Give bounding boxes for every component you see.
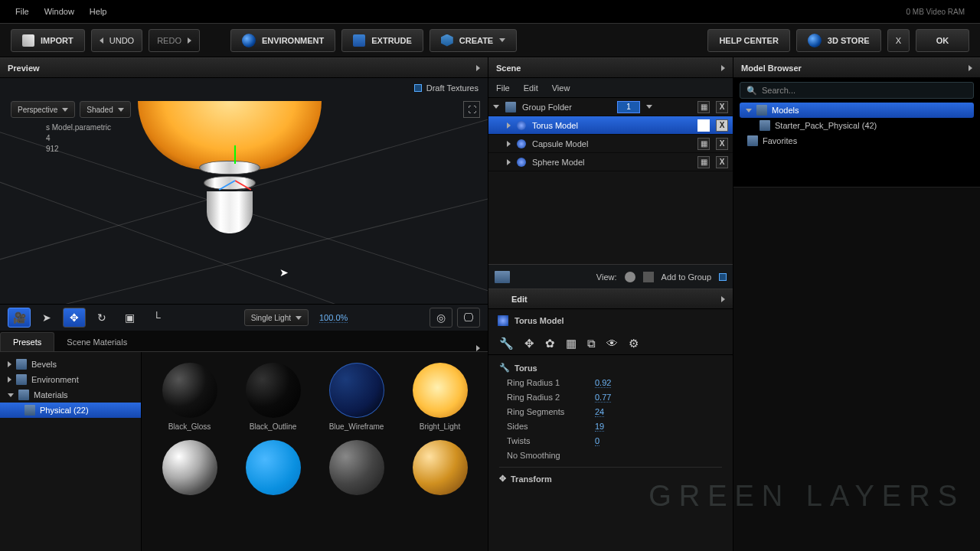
collapse-icon[interactable] [476,65,480,71]
sphere-icon [517,158,526,167]
scene-file[interactable]: File [496,83,510,93]
scale-tool[interactable]: ▣ [118,308,141,328]
edit-tab[interactable]: Edit [488,289,733,309]
group-counter[interactable]: 1 [617,101,640,113]
visibility-toggle[interactable]: ▦ [697,138,710,150]
display-tool[interactable]: 🖵 [457,308,480,328]
prop-ring-radius-2: Ring Radius 20.77 [499,390,722,405]
wrench-icon[interactable]: 🔧 [499,337,514,350]
material-gold[interactable] [403,440,477,500]
delete-button[interactable]: X [716,156,728,168]
import-button[interactable]: IMPORT [11,29,85,52]
delete-button[interactable]: X [716,138,728,150]
scene-view[interactable]: View [552,83,570,93]
add-group-checkbox[interactable] [719,273,727,281]
create-button[interactable]: CREATE [430,29,517,52]
zoom-value[interactable]: 100.0% [319,313,348,323]
add-to-group-button[interactable]: Add to Group [662,272,711,282]
redo-icon [188,37,191,44]
ring-segments-value[interactable]: 24 [595,407,604,417]
tree-models[interactable]: Models [740,103,974,118]
material-black-outline[interactable]: Black_Outline [236,363,310,431]
scene-tree: Group Folder 1 ▦ X Torus Model ▦ X Capsu… [488,97,733,264]
settings-icon[interactable]: ⚙ [629,337,639,350]
grid-icon[interactable]: ▦ [566,337,577,350]
edit-tool-row: 🔧 ✥ ✿ ▦ ⧉ 👁 ⚙ [488,332,733,355]
material-blue[interactable] [236,440,310,500]
twists-value[interactable]: 0 [595,436,599,446]
view-mode-1[interactable] [625,272,635,282]
material-glass[interactable] [319,440,394,500]
focus-tool[interactable]: ◎ [430,308,452,328]
search-input[interactable]: 🔍Search... [740,82,974,99]
torus-section[interactable]: 🔧Torus [499,360,722,376]
draft-textures-checkbox[interactable] [414,84,422,92]
tree-materials[interactable]: Materials [0,387,141,403]
3d-store-button[interactable]: 3D STORE [796,29,881,52]
eye-icon[interactable]: 👁 [606,337,618,350]
scene-sphere[interactable]: Sphere Model ▦ X [488,153,733,171]
help-center-button[interactable]: HELP CENTER [707,29,789,52]
move-tool[interactable]: ✥ [63,308,86,328]
axis-tool[interactable]: └ [145,308,168,328]
visibility-toggle[interactable]: ▦ [697,101,710,113]
fullscreen-button[interactable]: ⛶ [463,101,480,118]
tree-physical[interactable]: Physical (22) [0,403,141,418]
delete-button[interactable]: X [716,119,728,132]
material-bright-light[interactable]: Bright_Light [403,363,477,431]
sides-value[interactable]: 19 [595,422,604,432]
preview-header: Preview [0,57,488,78]
scene-capsule[interactable]: Capsule Model ▦ X [488,135,733,153]
tree-starter-pack[interactable]: Starter_Pack_Physical (42) [740,118,974,133]
delete-button[interactable]: X [716,101,728,113]
collapse-icon[interactable] [721,65,725,71]
transform-section[interactable]: ✥Transform [499,467,722,487]
vram-status: 0 MB Video RAM [906,8,965,16]
material-grid: Black_Gloss Black_Outline Blue_Wireframe… [142,352,488,551]
tree-bevels[interactable]: Bevels [0,357,141,372]
scene-torus[interactable]: Torus Model ▦ X [488,116,733,135]
ok-button[interactable]: OK [916,29,969,52]
scene-group-folder[interactable]: Group Folder 1 ▦ X [488,98,733,116]
camera-tool[interactable]: 🎥 [8,308,31,328]
close-button[interactable]: X [887,29,910,52]
view-mode-2[interactable] [643,272,654,282]
collapse-icon[interactable] [476,345,480,351]
visibility-toggle[interactable]: ▦ [697,119,710,132]
environment-button[interactable]: ENVIRONMENT [230,29,335,52]
copy-icon[interactable]: ⧉ [587,337,596,350]
tree-environment[interactable]: Environment [0,372,141,387]
preset-tree: Bevels Environment Materials Physical (2… [0,352,142,551]
shading-dropdown[interactable]: Shaded [80,101,130,118]
tree-favorites[interactable]: Favorites [740,133,974,148]
tab-scene-materials[interactable]: Scene Materials [54,333,139,351]
rotate-tool[interactable]: ↻ [90,308,113,328]
redo-button[interactable]: REDO [149,29,200,52]
collapse-icon[interactable] [969,65,972,71]
import-icon [22,34,34,47]
scene-edit[interactable]: Edit [524,83,538,93]
select-tool[interactable]: ➤ [35,308,58,328]
material-chrome[interactable] [152,440,227,500]
bulb-base [199,161,260,233]
menu-file[interactable]: File [15,7,29,16]
camera-dropdown[interactable]: Perspective [11,101,75,118]
extrude-button[interactable]: EXTRUDE [341,29,423,52]
light-dropdown[interactable]: Single Light [244,309,309,326]
material-black-gloss[interactable]: Black_Gloss [152,363,227,431]
new-folder-button[interactable] [495,271,510,283]
tab-presets[interactable]: Presets [0,332,54,351]
gear-icon[interactable]: ✿ [545,337,555,350]
prop-sides: Sides19 [499,419,722,434]
capsule-icon [517,139,526,148]
move-icon[interactable]: ✥ [524,337,534,350]
ring-radius-2-value[interactable]: 0.77 [595,393,611,403]
material-blue-wireframe[interactable]: Blue_Wireframe [319,363,394,431]
visibility-toggle[interactable]: ▦ [697,156,710,168]
menu-window[interactable]: Window [44,7,74,16]
preset-tabs: Presets Scene Materials [0,331,488,352]
undo-button[interactable]: UNDO [91,29,142,52]
menu-help[interactable]: Help [90,7,107,16]
viewport[interactable]: Draft Textures ➤ [0,78,488,304]
ring-radius-1-value[interactable]: 0.92 [595,378,611,388]
